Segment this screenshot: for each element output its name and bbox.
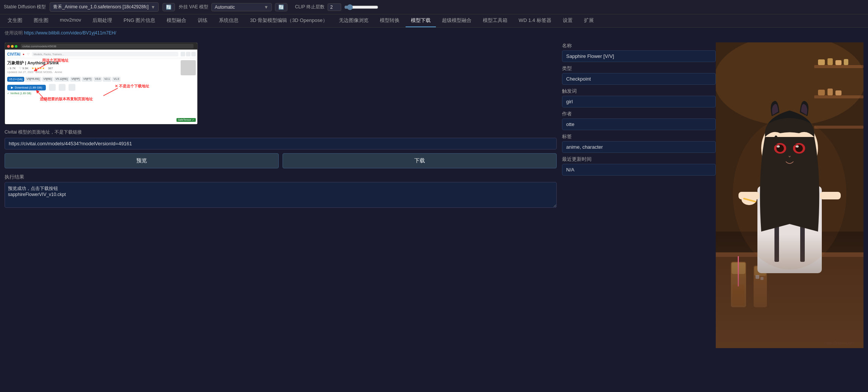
tab-merge[interactable]: 模型融合	[161, 14, 192, 27]
tab-train[interactable]: 训练	[192, 14, 213, 27]
sd-model-value: 青禾_Anime cure_1.0.safetensors [18c42928f…	[53, 4, 148, 10]
vae-label: 外挂 VAE 模型	[179, 4, 208, 10]
url-input-row	[5, 138, 557, 149]
tags-value: anime, character	[562, 141, 716, 153]
svg-rect-21	[731, 262, 746, 307]
svg-rect-22	[732, 263, 745, 274]
svg-text:CSDN @MicroLiu01: CSDN @MicroLiu01	[824, 341, 854, 345]
clip-input[interactable]	[328, 3, 341, 11]
svg-rect-20	[716, 252, 863, 257]
type-value: Checkpoint	[562, 73, 716, 85]
preview-image-panel: CSDN @MicroLiu01	[716, 42, 863, 348]
model-url-input[interactable]	[5, 138, 557, 149]
tab-settings[interactable]: 设置	[557, 14, 578, 27]
tags-field-group: 标签 anime, character	[562, 133, 716, 153]
svg-rect-24	[738, 256, 739, 286]
action-buttons: 预览 下载	[5, 153, 557, 168]
svg-rect-25	[754, 266, 767, 307]
tab-txt2img[interactable]: 文生图	[2, 14, 28, 27]
name-value: Sapphire Flower [V/V]	[562, 50, 716, 62]
tags-label: 标签	[562, 133, 716, 140]
sd-model-select[interactable]: 青禾_Anime cure_1.0.safetensors [18c42928f…	[50, 2, 159, 12]
anime-preview-image: CSDN @MicroLiu01	[716, 42, 863, 348]
author-field-group: 作者 otte	[562, 110, 716, 130]
svg-rect-27	[756, 275, 759, 279]
vae-chevron-icon: ▼	[264, 5, 269, 10]
result-label: 执行结果	[5, 174, 557, 180]
result-textarea[interactable]: 预览成功，点击下载按钮 sapphireFlowerVIV_v10.ckpt	[5, 182, 557, 208]
sd-model-label: Stable Diffusion 模型	[4, 4, 46, 10]
type-label: 类型	[562, 65, 716, 72]
reload-model-button[interactable]: 🔄	[162, 3, 175, 11]
trigger-field-group: 触发词 girl	[562, 88, 716, 107]
preview-button[interactable]: 预览	[5, 153, 279, 168]
trigger-value: girl	[562, 96, 716, 107]
name-field-group: 名称 Sapphire Flower [V/V]	[562, 42, 716, 62]
trigger-label: 触发词	[562, 88, 716, 95]
svg-rect-26	[754, 266, 766, 276]
clip-slider[interactable]	[344, 4, 378, 10]
clip-section: CLIP 终止层数	[295, 3, 378, 11]
usage-prefix: 使用说明	[5, 30, 24, 36]
svg-rect-10	[814, 126, 863, 129]
reload-vae-button[interactable]: 🔄	[275, 3, 287, 11]
usage-hint: 使用说明 https://www.bilibili.com/video/BV1y…	[0, 28, 868, 39]
download-button[interactable]: 下载	[283, 153, 557, 168]
tab-sysinfo[interactable]: 系统信息	[214, 14, 244, 27]
author-value: otte	[562, 118, 716, 130]
left-panel: civitai.com/models/45638 CIVITAI ● ♡ Mod…	[5, 42, 557, 348]
nav-tabs: 文生图 图生图 mov2mov 后期处理 PNG 图片信息 模型融合 训练 系统…	[0, 14, 868, 28]
civitai-screenshot: civitai.com/models/45638 CIVITAI ● ♡ Mod…	[5, 43, 198, 124]
author-label: 作者	[562, 110, 716, 117]
svg-rect-23	[732, 285, 745, 305]
tab-extensions[interactable]: 扩展	[579, 14, 599, 27]
tab-img2img[interactable]: 图生图	[28, 14, 54, 27]
vae-select[interactable]: Automatic ▼	[211, 3, 272, 11]
top-bar: Stable Diffusion 模型 青禾_Anime cure_1.0.sa…	[0, 0, 868, 14]
vae-section: 外挂 VAE 模型 Automatic ▼ 🔄	[179, 3, 287, 11]
tab-png-info[interactable]: PNG 图片信息	[118, 14, 161, 27]
usage-link[interactable]: https://www.bilibili.com/video/BV1yj411m…	[24, 30, 116, 36]
civitai-mock-page: civitai.com/models/45638 CIVITAI ● ♡ Mod…	[5, 43, 198, 124]
tab-wd14-tagger[interactable]: WD 1.4 标签器	[514, 14, 557, 27]
updated-value: N/A	[562, 164, 716, 176]
info-panel: 名称 Sapphire Flower [V/V] 类型 Checkpoint 触…	[557, 42, 716, 348]
tab-model-download[interactable]: 模型下载	[406, 14, 436, 27]
type-field-group: 类型 Checkpoint	[562, 65, 716, 85]
chevron-down-icon: ▼	[151, 5, 155, 10]
main-content: civitai.com/models/45638 CIVITAI ● ♡ Mod…	[0, 39, 868, 352]
tab-mov2mov[interactable]: mov2mov	[55, 14, 86, 27]
svg-rect-19	[716, 254, 863, 348]
tab-3d-openpose[interactable]: 3D 骨架模型编辑（3D Openpose）	[245, 14, 333, 27]
url-hint: Civitai 模型的页面地址，不是下载链接	[5, 129, 557, 135]
name-label: 名称	[562, 42, 716, 49]
clip-label: CLIP 终止层数	[295, 4, 325, 10]
tab-model-toolbox[interactable]: 模型工具箱	[478, 14, 513, 27]
updated-label: 最近更新时间	[562, 156, 716, 163]
svg-point-44	[733, 118, 846, 269]
updated-field-group: 最近更新时间 N/A	[562, 156, 716, 176]
tab-model-convert[interactable]: 模型转换	[375, 14, 405, 27]
civitai-screenshot-container: civitai.com/models/45638 CIVITAI ● ♡ Mod…	[5, 42, 198, 124]
tab-super-merge[interactable]: 超级模型融合	[437, 14, 477, 27]
svg-rect-28	[760, 277, 763, 280]
vae-value: Automatic	[215, 5, 235, 10]
tab-postprocess[interactable]: 后期处理	[87, 14, 117, 27]
tab-image-browser[interactable]: 无边图像浏览	[334, 14, 374, 27]
